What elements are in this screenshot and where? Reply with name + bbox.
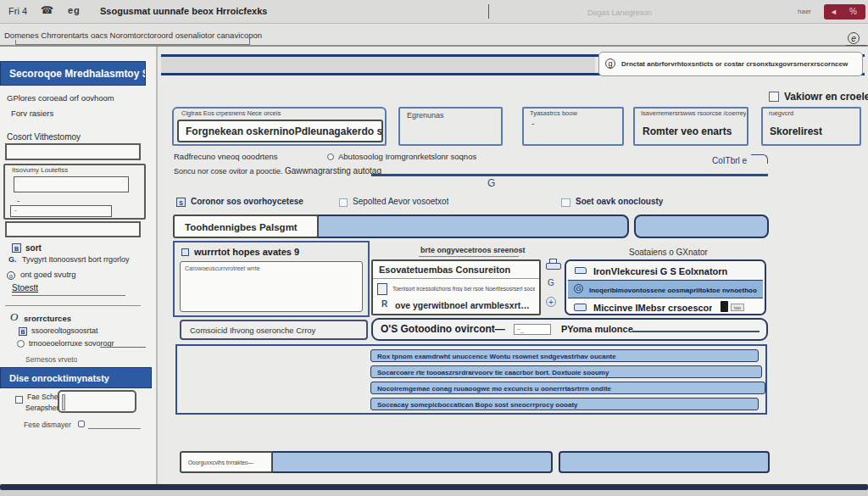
percent-icon[interactable]: % [849, 7, 857, 16]
coronor-checkbox-icon[interactable]: S [176, 198, 186, 207]
g-badge-icon: G [487, 177, 495, 189]
coronor-label: Coronor sos ovorhoycetese [191, 197, 303, 206]
fae-input-caret [62, 394, 65, 410]
footer-tab[interactable]: Ooorguxxcvihs tnrrakteo— [180, 451, 273, 473]
titlebar-right-text: haer [798, 8, 811, 15]
os-header-box: O'S Gotoodino ovircont— ~_ PYoma mulonce [371, 318, 768, 341]
mid-panel-row-small[interactable]: Toenisort ircessolichons fnsy bei rsoe N… [392, 286, 535, 292]
circled-e-underline [846, 45, 866, 46]
radfrecuno-label: Radfrecuno vneoq ooodrtens [174, 152, 278, 161]
list-item-label: Inoqeribimovontossene oosmapriltoktoe nv… [589, 282, 759, 298]
sidebar-line1: GPlores coroead orf oovhoom [7, 93, 151, 103]
printer-icon[interactable] [546, 263, 561, 270]
soncu-label: Soncu nor cose ovitor a pooctie. [174, 167, 283, 176]
mid-label-underline [419, 256, 519, 257]
sidebar-cb1-label[interactable]: ssooreoltogsoosrtat [31, 326, 98, 335]
groupbox-5-legend: ruegvcrd [767, 109, 795, 117]
sidebar-line2: Forv rasiers [11, 109, 53, 118]
groupbox-1-legend: Cigtras Eos crpesnens Nece orceis [180, 109, 282, 117]
printer-icon-top [549, 259, 557, 263]
banner-text: Drnctat anbrforvrhtoxsnticts or costar c… [621, 60, 859, 68]
blue-row[interactable]: Nocoiremgemae conag ruuaoogwe mo excunci… [370, 382, 765, 394]
list-item-label: IronVlekcuresi G S Eolxnatorn [593, 263, 759, 279]
info-banner: g Drnctat anbrforvrhtoxsnticts or costar… [598, 52, 863, 76]
phoma-line [632, 331, 760, 332]
groupbox-5-value: Skorelirest [770, 125, 822, 137]
sort-icon: B [12, 243, 21, 253]
g-dot-icon: G. [8, 255, 17, 264]
sidebar-input-1[interactable] [5, 143, 141, 160]
circled-e-icon[interactable]: e [848, 32, 860, 44]
right-list-label: Soataiens o GXnator [629, 248, 708, 257]
sidebar-line3: Cosort Vithestomoy [7, 132, 81, 142]
coitbrl-arc [751, 154, 768, 164]
sidebar-divider [5, 305, 141, 306]
right-list: IronVlekcuresi G S Eolxnatorn G Inoqerib… [565, 259, 766, 315]
link-underline [12, 295, 125, 296]
sidebar-radio[interactable] [17, 340, 25, 348]
window-controls[interactable]: ◄ % [824, 4, 865, 20]
radio-underline [100, 347, 146, 348]
volume-icon[interactable]: ◄ [830, 8, 837, 16]
cursor-divider [488, 4, 489, 19]
groupbox-5: ruegvcrd Skorelirest [761, 107, 861, 146]
blue-row[interactable]: Soceacay somepicboccatican Bopo sost sne… [370, 398, 759, 410]
tab-strip-fill[interactable] [317, 215, 629, 238]
phoma-label: PYoma mulonce [561, 324, 633, 334]
coitbrl-label[interactable]: CoITbrl e [712, 156, 747, 165]
sidebar-input-2[interactable]: - [10, 205, 112, 217]
faint-title-text: Degas Lanegreson [587, 8, 652, 17]
o-badge-icon: o [7, 271, 15, 280]
tab-strip-fill-2[interactable] [634, 215, 769, 238]
sidebar-link[interactable]: Stoestt [12, 283, 38, 293]
g-side-icon[interactable]: G [548, 278, 554, 287]
vakiowr-checkbox[interactable] [769, 92, 779, 102]
left-listbox-row[interactable]: Carowoeuscurrvrotreet wrrte [185, 265, 354, 271]
mid-panel-row-bold[interactable]: ove ygerwitbnoel arvmblesxrt… [395, 300, 536, 310]
groupbox-4-legend: Isaverremersrswws rsoorcse /coerrey [639, 109, 746, 117]
groupbox-3: Tyasastrcs boow - [522, 107, 624, 146]
file-menu[interactable]: Fri 4 [8, 6, 27, 16]
fese-checkbox[interactable] [78, 421, 85, 427]
comsoicid-box[interactable]: Comsoicid Ihvong oseronche Crroy [180, 320, 368, 340]
list-item-selected[interactable]: G Inoqeribimovontossene oosmapriltoktoe … [568, 280, 763, 298]
groupbox-1: Cigtras Eos crpesnens Nece orceis Forgne… [172, 107, 387, 146]
list-item[interactable]: Miccinve IMebsr crsoescom two [568, 298, 763, 315]
toggle-icon[interactable] [721, 301, 728, 312]
sidebar-tyvgyrt-label[interactable]: Tyvgyrt Itonoosvsrt bort rrgorloy [22, 255, 149, 264]
sepolted-checkbox[interactable] [339, 198, 348, 207]
footer-fill-2[interactable] [559, 451, 770, 473]
soet-checkbox[interactable] [561, 198, 570, 207]
tab-active[interactable]: Toohdennigbes Palsgmt [173, 215, 319, 238]
abuto-label: Abutosoolog Iromgronrketslonr soqnos [338, 152, 476, 161]
blue-row[interactable]: Socarcoare rte toooaszrsrdrarvoorv tie c… [370, 365, 762, 378]
left-group-label: wurrrtot hopes avates 9 [194, 247, 299, 257]
groupbox-1-value[interactable]: Forgnekean oskerninoPdleunagakerdo storo… [177, 120, 383, 142]
checkbox-b-icon[interactable]: B [19, 327, 27, 336]
main-header-bar [161, 57, 595, 73]
sidebar-input-3[interactable] [5, 221, 141, 237]
left-group-icon [181, 248, 189, 256]
sidebar-sort-label[interactable]: sort [25, 243, 42, 253]
plus-icon[interactable]: + [546, 297, 556, 307]
list-item[interactable]: IronVlekcuresi G S Eolxnatorn [568, 262, 763, 279]
blue-row[interactable]: Rox tpnom examdrwht unuccence Wontu rsow… [370, 349, 759, 362]
mid-panel-header[interactable]: Esovatetuembas Consureiton [373, 261, 539, 279]
chat-icon[interactable]: eg [68, 5, 81, 15]
abuto-radio[interactable] [327, 153, 334, 160]
mid-panel-label: brte ongyvecetroos sreenost [420, 246, 526, 254]
fese-underline [88, 428, 141, 429]
grip-icon [377, 283, 387, 295]
sidebar-group-input[interactable] [14, 176, 129, 192]
footer-fill-1[interactable] [271, 451, 553, 473]
sidebar-small-note: Sernesos vrveto [25, 355, 77, 364]
sidebar-ontgoed-label[interactable]: ont goed svutrg [20, 270, 76, 279]
fae-checkbox[interactable] [15, 396, 23, 404]
groupbox-2: Egrenunas [398, 107, 503, 146]
folder-icon [575, 267, 587, 274]
phone-icon[interactable]: ☎ [41, 4, 53, 16]
breadcrumb[interactable]: Domenes Chrrorentarts oacs Noromtorctoro… [4, 31, 284, 40]
left-listbox[interactable]: Carowoeuscurrvrotreet wrrte [180, 261, 363, 312]
fae-input[interactable] [58, 390, 136, 413]
breadcrumb-underline [15, 40, 250, 45]
